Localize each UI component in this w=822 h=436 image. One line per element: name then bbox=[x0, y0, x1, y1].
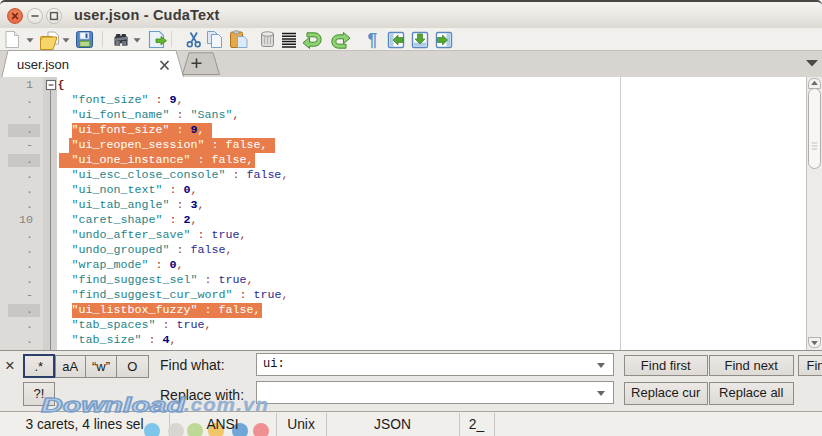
svg-text:¶: ¶ bbox=[368, 30, 378, 50]
